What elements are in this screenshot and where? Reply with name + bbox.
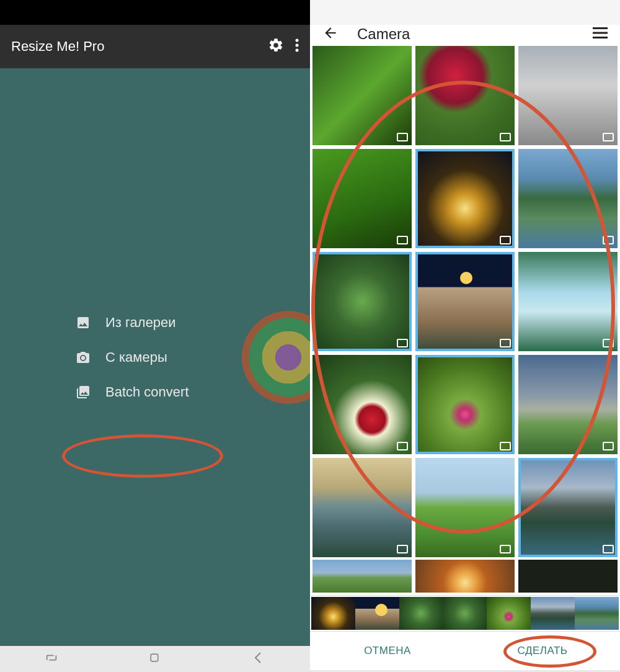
photo-thumb-leaf-plant[interactable] (312, 252, 412, 351)
landscape-badge-icon (500, 545, 511, 553)
menu-icon[interactable] (593, 27, 608, 42)
settings-icon[interactable] (268, 37, 284, 56)
svg-point-0 (296, 39, 299, 42)
annotation-ellipse-batch (62, 434, 223, 478)
svg-rect-6 (593, 32, 608, 34)
selected-mini-thumb[interactable] (443, 597, 487, 630)
main-menu: Из галереи С камеры Batch convert (0, 297, 310, 418)
app-title: Resize Me! Pro (11, 38, 257, 55)
svg-rect-5 (593, 27, 608, 29)
menu-from-camera[interactable]: С камеры (74, 349, 310, 366)
photo-thumb-grass-macro[interactable] (312, 46, 412, 145)
back-button[interactable] (250, 650, 265, 668)
landscape-badge-icon (603, 236, 614, 244)
done-button[interactable]: СДЕЛАТЬ (465, 632, 620, 670)
photo-grid-partial (310, 557, 620, 595)
landscape-badge-icon (603, 545, 614, 553)
menu-from-gallery[interactable]: Из галереи (74, 314, 310, 331)
photo-thumb-waterfall[interactable] (518, 252, 618, 351)
back-arrow-icon[interactable] (322, 25, 339, 43)
selected-strip (310, 595, 620, 632)
status-bar (310, 0, 620, 25)
main-body: Из галереи С камеры Batch convert (0, 68, 310, 646)
svg-point-2 (296, 49, 299, 52)
home-button[interactable] (148, 652, 161, 666)
photo-thumb-field-flowers[interactable] (415, 355, 515, 454)
status-bar (0, 0, 310, 25)
photo-thumb-grey-wall[interactable] (518, 46, 618, 145)
landscape-badge-icon (603, 442, 614, 450)
photo-thumb-moonrise[interactable] (415, 252, 515, 351)
landscape-badge-icon (500, 236, 511, 244)
menu-label: С камеры (105, 349, 167, 365)
selected-mini-thumb[interactable] (355, 597, 399, 630)
photo-thumb-dark[interactable] (518, 560, 618, 593)
photo-thumb-mountain-lake[interactable] (518, 458, 618, 557)
screen-gallery-picker: Camera ОТМЕНА СДЕЛАТЬ (310, 0, 620, 672)
picker-actions: ОТМЕНА СДЕЛАТЬ (310, 632, 620, 670)
photo-thumb-rainbow-field[interactable] (312, 560, 412, 593)
selected-mini-thumb[interactable] (575, 597, 619, 630)
landscape-badge-icon (397, 442, 408, 450)
screen-main: Resize Me! Pro Из галереи (0, 0, 310, 672)
picker-header: Camera (310, 25, 620, 43)
photo-thumb-lake-autumn[interactable] (312, 458, 412, 557)
svg-point-1 (296, 44, 299, 47)
camera-icon (74, 349, 92, 366)
image-icon (74, 314, 92, 331)
landscape-badge-icon (397, 236, 408, 244)
collections-icon (74, 383, 92, 401)
recents-button[interactable] (45, 651, 58, 667)
photo-thumb-lake-forest[interactable] (518, 149, 618, 248)
android-nav-bar (0, 646, 310, 672)
svg-rect-7 (593, 37, 608, 38)
landscape-badge-icon (397, 339, 408, 347)
selected-mini-thumb[interactable] (399, 597, 443, 630)
landscape-badge-icon (500, 442, 511, 450)
menu-label: Batch convert (105, 384, 189, 400)
landscape-badge-icon (397, 133, 408, 141)
photo-thumb-cloudy-meadow[interactable] (518, 355, 618, 454)
app-header: Resize Me! Pro (0, 25, 310, 68)
svg-rect-4 (151, 654, 158, 661)
svg-point-3 (81, 356, 85, 359)
menu-label: Из галереи (105, 315, 176, 331)
photo-thumb-green-leaves[interactable] (312, 149, 412, 248)
photo-thumb-raspberry[interactable] (415, 46, 515, 145)
photo-thumb-night-tree[interactable] (415, 149, 515, 248)
photo-thumb-sunset[interactable] (415, 560, 515, 593)
landscape-badge-icon (500, 339, 511, 347)
photo-thumb-golf-path[interactable] (415, 458, 515, 557)
selected-mini-thumb[interactable] (311, 597, 355, 630)
cancel-button[interactable]: ОТМЕНА (310, 632, 465, 670)
landscape-badge-icon (500, 133, 511, 141)
selected-mini-thumb[interactable] (531, 597, 575, 630)
photo-thumb-strawberries[interactable] (312, 355, 412, 454)
landscape-badge-icon (603, 339, 614, 347)
overflow-menu-icon[interactable] (295, 38, 299, 55)
photo-grid (310, 43, 620, 560)
menu-batch-convert[interactable]: Batch convert (74, 383, 310, 401)
selected-mini-thumb[interactable] (487, 597, 531, 630)
landscape-badge-icon (397, 545, 408, 553)
landscape-badge-icon (603, 133, 614, 141)
picker-title: Camera (357, 25, 593, 43)
